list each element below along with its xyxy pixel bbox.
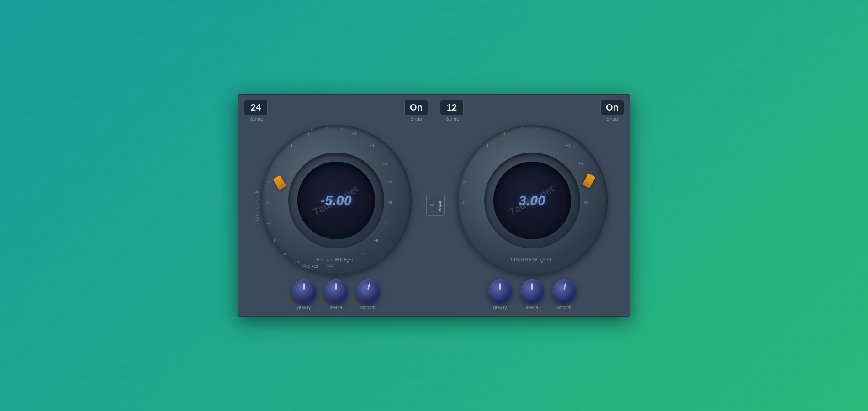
panel-left-header: 24 Range On Snap [244,100,428,121]
knobs-row-left: gravity inertia smooth [292,279,380,310]
tick-p8: +8 [374,238,378,242]
inertia-knob-right[interactable] [520,279,544,303]
tick-p6: +6 [388,200,392,205]
snap-label-left: Snap [410,116,422,121]
timbre-panel: 12 Range On Snap 0 +1 -1 +2 +3 +4 [434,95,630,316]
tick-r-p5: +5 [584,200,588,205]
range-group-left: 24 Range [244,100,268,121]
gravity-knob-right[interactable] [488,279,512,303]
wheel-display-left: -5.00 7audio.net [297,162,375,239]
tick-m2: -2 [307,132,310,136]
bottom-bar: MIDI Single mix [238,316,630,317]
display-value-right: 3.00 [519,193,545,208]
tick-m6: -6 [265,200,269,205]
tick-0: 0 [325,126,327,130]
plugin-title: QuikQuak [254,190,259,221]
tick-r-p2: +2 [566,143,571,148]
tick-p5: +5 [388,180,392,184]
tick-m9: -9 [283,252,286,256]
tick-p2: +2 [352,132,356,136]
plugin-main: QuikQuak 24 Range On Snap 0 [238,94,630,317]
gravity-label-right: gravity [493,305,507,310]
gravity-label-left: gravity [297,305,311,310]
gravity-knob-left[interactable] [292,279,316,303]
tick-p4: +4 [383,162,387,166]
tick-r-m5: -5 [463,180,466,184]
snap-value-right[interactable]: On [600,100,624,115]
tick-m11: -11 [301,263,307,268]
knobs-row-right: gravity inertia smooth [488,279,576,310]
inertia-group-left: inertia [324,279,348,310]
inertia-label-right: inertia [526,305,538,310]
tick-p3: +3 [370,143,375,148]
smooth-label-right: smooth [556,305,572,310]
tick-r-m1: -1 [507,127,510,131]
tick-r-m6: -6 [461,200,465,205]
tick-m5: -5 [267,180,270,184]
tick-r-m3: -3 [485,143,488,148]
tick-p1: +1 [341,127,345,131]
tick-m12: -12 [305,264,310,269]
tick-r-0: 0 [521,126,523,130]
range-label-right: Range [445,116,459,121]
wheel-label-left: Pitchwheel [317,257,356,262]
gravity-group-left: gravity [292,279,316,310]
display-value-left: -5.00 [320,193,351,208]
tick-m1: -1 [311,127,314,131]
timbre-icon: ⇕ [429,203,435,207]
tick-m8: -8 [273,238,276,242]
wheel-display-right: 3.00 7audio.net [493,162,571,239]
tick-p12: +12 [312,264,318,269]
pitch-panel: QuikQuak 24 Range On Snap 0 [238,95,434,316]
snap-value-left[interactable]: On [404,100,428,115]
tick-m10: -10 [294,260,299,264]
snap-label-right: Snap [606,116,618,121]
tick-p7: +7 [383,221,387,225]
panel-right-header: 12 Range On Snap [440,100,624,121]
range-value-right[interactable]: 12 [440,100,464,115]
wheel-label-right: Timbrewheel [510,257,554,262]
smooth-label-left: smooth [360,305,376,310]
tick-p9: +9 [360,252,365,256]
tick-m3: -3 [289,143,292,148]
smooth-knob-left[interactable] [356,279,380,303]
tick-r-p3: +3 [579,162,583,166]
range-value-left[interactable]: 24 [244,100,268,115]
tick-r-m2: -2 [503,132,506,136]
smooth-group-right: smooth [552,279,576,310]
inertia-group-right: inertia [520,279,544,310]
smooth-group-left: smooth [356,279,380,310]
gravity-group-right: gravity [488,279,512,310]
timbre-label: Timbre [438,199,442,211]
timbrewheel[interactable]: 0 +1 -1 +2 +3 +4 +5 +6 -2 -3 -4 -5 -6 [457,125,608,276]
inertia-knob-left[interactable] [324,279,348,303]
tick-m4: -4 [275,162,278,166]
tick-p11: +11 [327,263,333,268]
range-group-right: 12 Range [440,100,464,121]
tick-r-p1: +1 [537,127,541,131]
timbre-button[interactable]: Timbre ⇕ [426,195,445,216]
pitchwheel[interactable]: 0 +1 -1 +2 +3 +4 +5 +6 +7 +8 +9 +10 +11 … [261,125,412,276]
snap-group-left: On Snap [404,100,428,121]
snap-group-right: On Snap [600,100,624,121]
range-label-left: Range [249,116,263,121]
smooth-knob-right[interactable] [552,279,576,303]
tick-m7: -7 [267,221,270,225]
tick-r-m4: -4 [471,162,474,166]
inertia-label-left: inertia [330,305,342,310]
